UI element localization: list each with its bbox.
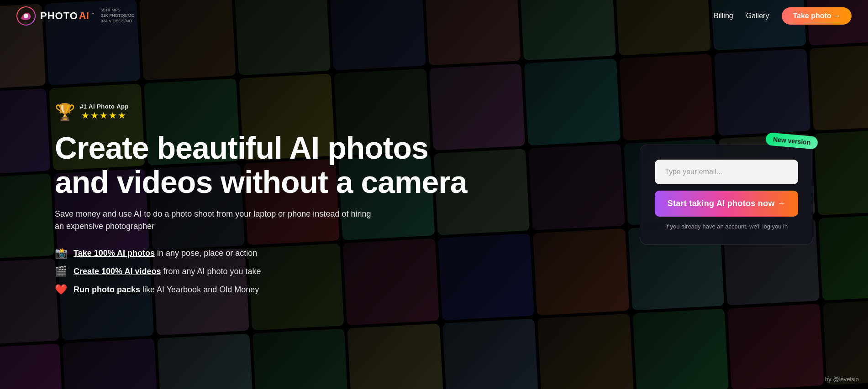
feature-item-packs: ❤️ Run photo packs like AI Yearbook and … <box>55 284 603 296</box>
nav-right: Billing Gallery Take photo → <box>714 7 852 25</box>
logo-stats: 551K MPS 31K PHOTOS/MO 934 VIDEOS/MO <box>101 8 134 24</box>
feature-list: 📸 Take 100% AI photos in any pose, place… <box>55 247 603 296</box>
logo-photo-text: PHOTO <box>40 10 78 22</box>
start-taking-photos-button[interactable]: Start taking AI photos now → <box>655 191 798 217</box>
hero-title: Create beautiful AI photosand videos wit… <box>55 131 603 199</box>
laurel-left-icon: 🏆 <box>55 103 75 122</box>
left-section: 🏆 #1 AI Photo App ★★★★★ Create beautiful… <box>55 93 603 296</box>
billing-link[interactable]: Billing <box>714 12 733 20</box>
award-text: #1 AI Photo App ★★★★★ <box>80 103 129 121</box>
heart-emoji: ❤️ <box>55 284 67 296</box>
take-photo-button[interactable]: Take photo → <box>782 7 852 25</box>
feature-videos-rest: from any AI photo you take <box>163 267 261 276</box>
feature-photos-rest: in any pose, place or action <box>157 249 257 258</box>
feature-photos-text: Take 100% AI photos in any pose, place o… <box>74 249 257 258</box>
award-rank-label: #1 AI Photo App <box>80 103 129 110</box>
feature-packs-text: Run photo packs like AI Yearbook and Old… <box>74 285 259 295</box>
photo-packs-link[interactable]: Run photo packs <box>74 285 140 294</box>
feature-videos-text: Create 100% AI videos from any AI photo … <box>74 267 261 276</box>
signup-card: Start taking AI photos now → If you alre… <box>640 145 813 245</box>
login-note: If you already have an account, we'll lo… <box>655 223 798 230</box>
gallery-link[interactable]: Gallery <box>746 12 769 20</box>
logo: PHOTO AI ™ 551K MPS 31K PHOTOS/MO 934 VI… <box>16 6 134 26</box>
logo-wordmark: PHOTO AI ™ <box>40 10 95 22</box>
navbar: PHOTO AI ™ 551K MPS 31K PHOTOS/MO 934 VI… <box>0 0 868 32</box>
award-stars: ★★★★★ <box>80 110 129 121</box>
svg-point-1 <box>24 14 28 18</box>
logo-icon <box>16 6 36 26</box>
take-photos-link[interactable]: Take 100% AI photos <box>74 249 155 258</box>
feature-item-photos: 📸 Take 100% AI photos in any pose, place… <box>55 247 603 259</box>
right-section: New version Start taking AI photos now →… <box>640 145 813 245</box>
feature-item-videos: 🎬 Create 100% AI videos from any AI phot… <box>55 265 603 277</box>
main-content: 🏆 #1 AI Photo App ★★★★★ Create beautiful… <box>0 0 868 389</box>
feature-packs-rest: like AI Yearbook and Old Money <box>142 285 259 294</box>
award-badge: 🏆 #1 AI Photo App ★★★★★ <box>55 103 603 122</box>
camera-emoji: 📸 <box>55 247 67 259</box>
video-emoji: 🎬 <box>55 265 67 277</box>
logo-tm-text: ™ <box>90 12 95 17</box>
create-videos-link[interactable]: Create 100% AI videos <box>74 267 161 276</box>
hero-subtitle: Save money and use AI to do a photo shoo… <box>55 208 374 233</box>
logo-ai-text: AI <box>79 10 89 22</box>
credit-text: by @levelsio <box>825 376 859 383</box>
email-input[interactable] <box>655 160 798 184</box>
